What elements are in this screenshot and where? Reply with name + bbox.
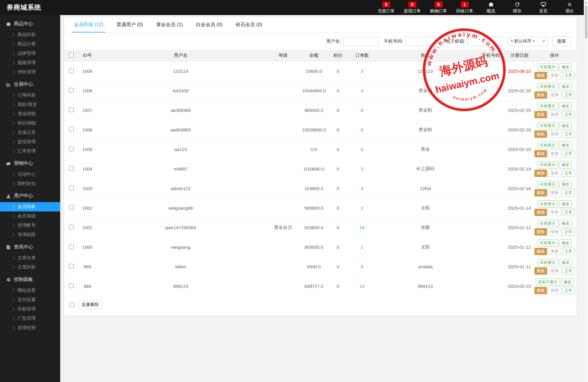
row-checkbox[interactable] (69, 146, 74, 151)
delete-button[interactable]: 删除 (534, 111, 547, 118)
sidebar-item[interactable]: ├商品分类 (0, 39, 60, 49)
status-button[interactable]: 正常 (562, 111, 575, 118)
login-button[interactable]: 登录 (548, 189, 561, 196)
delete-button[interactable]: 删除 (534, 91, 547, 99)
login-button[interactable]: 登录 (548, 72, 561, 79)
search-button[interactable]: 搜索 (552, 36, 571, 46)
toggle-display-button[interactable]: 目前展示 (537, 200, 558, 208)
edit-button[interactable]: 修改 (559, 200, 572, 208)
toggle-display-button[interactable]: 目前展示 (537, 181, 558, 188)
delete-button[interactable]: 删除 (534, 170, 547, 177)
scroll-up-icon[interactable]: ▲ (584, 0, 588, 5)
sidebar-item[interactable]: ├文章分类 (0, 253, 60, 263)
orders-link[interactable]: 2 (361, 166, 363, 171)
edit-button[interactable]: 修改 (559, 239, 572, 247)
orders-link[interactable]: 5 (361, 264, 363, 269)
toggle-display-button[interactable]: 目前展示 (537, 239, 558, 247)
orders-link[interactable]: 14 (359, 225, 365, 230)
topbar-logout[interactable]: 退出 (556, 0, 583, 15)
row-checkbox[interactable] (69, 166, 74, 171)
sidebar-item[interactable]: ├会员等级 (0, 211, 60, 221)
status-button[interactable]: 正常 (562, 228, 575, 236)
status-button[interactable]: 正常 (562, 150, 575, 157)
tab-diamond-member[interactable]: 砖石会员 (0) (229, 17, 269, 32)
edit-button[interactable]: 修改 (559, 142, 572, 149)
topbar-cache[interactable]: 缓存 (504, 0, 530, 15)
row-checkbox[interactable] (69, 283, 74, 288)
sidebar-item[interactable]: ├汇率管理 (0, 146, 60, 156)
sidebar-item[interactable]: ├提现管理 (0, 137, 60, 146)
orders-link[interactable]: 3 (361, 69, 363, 74)
status-button[interactable]: 正常 (562, 209, 575, 216)
orders-link[interactable]: 4 (361, 186, 363, 191)
sidebar-item[interactable]: ├活动中心 (0, 170, 60, 179)
sidebar-item[interactable]: ├友情链接 (0, 323, 60, 332)
tab-gold-member[interactable]: 黄金会员 (1) (150, 17, 189, 32)
orders-link[interactable]: 6 (361, 108, 363, 113)
row-checkbox[interactable] (69, 186, 74, 190)
status-button[interactable]: 正常 (562, 189, 575, 196)
sidebar-item[interactable]: ├商品列表 (0, 30, 60, 39)
login-button[interactable]: 登录 (548, 228, 561, 236)
bulk-select-checkbox[interactable] (70, 302, 74, 307)
sidebar-item[interactable]: ├导航管理 (0, 304, 60, 314)
sidebar-item[interactable]: ├规格管理 (0, 58, 60, 67)
username-filter-input[interactable] (343, 37, 379, 46)
edit-button[interactable]: 修改 (559, 63, 572, 71)
topbar-shopping-orders[interactable]: 5购物订单 (425, 0, 452, 15)
edit-button[interactable]: 修改 (559, 220, 572, 227)
status-button[interactable]: 正常 (562, 267, 575, 275)
sidebar-item[interactable]: ├支付设置 (0, 295, 60, 304)
status-button[interactable]: 正常 (562, 170, 575, 177)
tab-normal-user[interactable]: 普通用户 (0) (110, 17, 150, 32)
status-button[interactable]: 正常 (562, 91, 575, 99)
tab-member-list[interactable]: 会员列表 (12) (67, 17, 110, 32)
sidebar-item[interactable]: ├积分明细 (0, 119, 60, 128)
sort-select[interactable]: = 默认排序 = ▼ (508, 37, 548, 46)
delete-button[interactable]: 删除 (534, 287, 547, 294)
row-checkbox[interactable] (69, 225, 74, 230)
sidebar-item[interactable]: ├管理权限 (0, 230, 60, 239)
bulk-delete-button[interactable]: 批量删除 (79, 300, 102, 309)
edit-button[interactable]: 修改 (559, 161, 572, 168)
row-checkbox[interactable] (69, 88, 74, 93)
login-button[interactable]: 登录 (548, 150, 561, 157)
delete-button[interactable]: 删除 (534, 150, 547, 157)
row-checkbox[interactable] (69, 244, 74, 249)
email-filter-input[interactable] (467, 37, 503, 46)
orders-link[interactable]: 14 (359, 284, 365, 289)
orders-link[interactable]: 4 (361, 88, 363, 93)
login-button[interactable]: 登录 (548, 131, 561, 138)
topbar-overview[interactable]: 概况 (478, 0, 504, 15)
login-button[interactable]: 登录 (548, 111, 561, 118)
status-button[interactable]: 正常 (562, 248, 575, 255)
toggle-display-button[interactable]: 目前展示 (537, 142, 558, 149)
orders-link[interactable]: 6 (361, 127, 363, 132)
sidebar-item[interactable]: ├管理帐号 (0, 221, 60, 230)
toggle-display-button[interactable]: 目前展示 (537, 63, 558, 71)
edit-button[interactable]: 修改 (559, 83, 572, 90)
sidebar-item[interactable]: ├限时折扣 (0, 179, 60, 188)
delete-button[interactable]: 删除 (534, 267, 547, 275)
orders-link[interactable]: 0 (361, 147, 363, 152)
toggle-display-button[interactable]: 目前展示 (537, 161, 558, 168)
row-checkbox[interactable] (69, 107, 74, 112)
login-button[interactable]: 登录 (548, 287, 561, 294)
login-button[interactable]: 登录 (548, 248, 561, 255)
edit-button[interactable]: 修改 (559, 259, 572, 266)
delete-button[interactable]: 删除 (534, 131, 547, 138)
topbar-recharge-orders[interactable]: 0充值订单 (373, 0, 399, 15)
row-checkbox[interactable] (69, 205, 74, 210)
topbar-homepage[interactable]: 首页 (530, 0, 556, 15)
sidebar-item[interactable]: ├网站设置 (0, 286, 60, 295)
edit-button[interactable]: 修改 (559, 103, 572, 110)
status-button[interactable]: 正常 (562, 72, 575, 79)
sidebar-item[interactable]: ├订单列表 (0, 91, 60, 100)
login-button[interactable]: 登录 (548, 209, 561, 216)
sidebar-item[interactable]: ├品牌管理 (0, 49, 60, 58)
orders-link[interactable]: 1 (361, 245, 363, 250)
row-checkbox[interactable] (69, 264, 74, 269)
delete-button[interactable]: 删除 (534, 189, 547, 196)
edit-button[interactable]: 修改 (559, 122, 572, 129)
login-button[interactable]: 登录 (548, 267, 561, 275)
